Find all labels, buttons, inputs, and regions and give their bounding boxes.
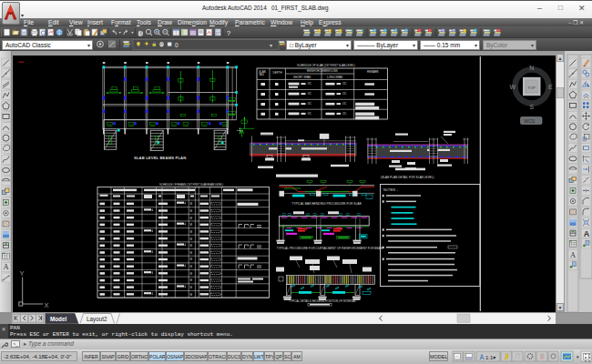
svg-text:M: M xyxy=(190,202,193,206)
svg-text:M: M xyxy=(190,286,193,289)
svg-text:?: ? xyxy=(227,29,231,37)
svg-text:A: A xyxy=(584,229,590,238)
svg-text:WCS: WCS xyxy=(525,118,536,124)
svg-text:S: S xyxy=(530,104,535,110)
svg-text:TYPICAL DETAILS SHOWING POSITI: TYPICAL DETAILS SHOWING POSITION OF INTE… xyxy=(289,299,356,303)
svg-text:M: M xyxy=(190,238,193,241)
svg-text:TAG: TAG xyxy=(259,73,265,76)
svg-text:M: M xyxy=(190,223,193,227)
svg-text:TYPICAL BAR BENDING PROCEDURE: TYPICAL BAR BENDING PROCEDURE FOR SLAB xyxy=(291,202,362,206)
svg-text:TYPICAL PROCEDURE FOR CURTAILM: TYPICAL PROCEDURE FOR CURTAILMENT OF REI… xyxy=(277,247,383,250)
svg-text:M: M xyxy=(190,209,193,213)
svg-text:OC: OC xyxy=(308,102,312,106)
svg-text:W: W xyxy=(510,84,516,90)
svg-text:OC: OC xyxy=(308,112,312,116)
svg-text:M: M xyxy=(190,265,193,268)
svg-text:M: M xyxy=(190,258,193,261)
svg-text:M: M xyxy=(190,217,193,220)
svg-text:Model: Model xyxy=(50,316,66,322)
svg-text:A: A xyxy=(570,250,577,259)
svg-text:M: M xyxy=(190,278,193,282)
svg-text:DEPTH: DEPTH xyxy=(273,71,282,75)
svg-text:M: M xyxy=(190,293,193,297)
svg-text:LONG SPAN: LONG SPAN xyxy=(327,76,342,79)
svg-text:Y: Y xyxy=(20,269,25,278)
svg-text:M: M xyxy=(190,230,193,234)
svg-text:E: E xyxy=(548,84,553,90)
svg-text:X: X xyxy=(45,301,49,309)
svg-text:M: M xyxy=(190,272,193,276)
svg-text:SLAB LEVEL BEAMS PLAN: SLAB LEVEL BEAMS PLAN xyxy=(134,156,186,160)
svg-text:1:1▾: 1:1▾ xyxy=(485,355,495,360)
svg-text:A: A xyxy=(4,262,10,271)
svg-text:OC: OC xyxy=(308,82,312,86)
svg-text:REINFORCEMENT/LINK: REINFORCEMENT/LINK xyxy=(307,69,338,73)
svg-text:▾: ▾ xyxy=(577,354,579,359)
svg-text:NOTES :-: NOTES :- xyxy=(383,188,399,192)
svg-text:OC: OC xyxy=(342,112,347,116)
svg-text:M: M xyxy=(190,251,193,255)
svg-text:Layout2: Layout2 xyxy=(87,316,107,323)
svg-text:OC: OC xyxy=(342,92,347,96)
svg-text:N: N xyxy=(529,65,534,71)
svg-text:TOP: TOP xyxy=(527,86,536,90)
svg-text:SCHEDULE OF SLAB (1ST FIRST SL: SCHEDULE OF SLAB (1ST FIRST SLAB LEVEL) xyxy=(297,64,355,67)
svg-text:OC: OC xyxy=(308,92,312,96)
svg-text:OC: OC xyxy=(342,102,347,106)
svg-text:(SLAB PLAN DETAIL FOR SLAB LEV: (SLAB PLAN DETAIL FOR SLAB LEVEL) xyxy=(381,176,434,179)
svg-text:▾: ▾ xyxy=(270,43,272,48)
svg-text:OC: OC xyxy=(342,82,347,86)
svg-text:M: M xyxy=(190,244,193,248)
svg-text:REMARK: REMARK xyxy=(367,70,379,74)
svg-text:SHORT SPAN: SHORT SPAN xyxy=(293,76,311,79)
svg-text:0: 0 xyxy=(175,42,179,48)
svg-text:SCHEDULE OF BEAMS (1ST FIRST S: SCHEDULE OF BEAMS (1ST FIRST SLAB BEAM L… xyxy=(159,183,223,187)
